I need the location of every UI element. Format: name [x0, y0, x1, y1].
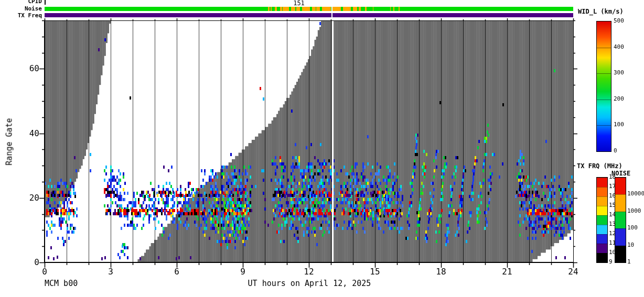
noise-strip-bar — [45, 7, 573, 11]
x-tick-label: 6 — [166, 268, 187, 276]
wid-colorbar-tickline — [597, 73, 611, 74]
noise-colorbar-segment — [615, 246, 626, 262]
txfrq-colorbar-segment — [597, 234, 607, 244]
x-tick-label: 3 — [100, 268, 121, 276]
wid-colorbar-tickline — [597, 125, 611, 126]
noise-colorbar-tick-label: 1 — [627, 259, 631, 265]
txfrq-colorbar-segment — [597, 244, 607, 253]
cpid-mode-tick — [45, 0, 46, 5]
noise-strip-segment — [271, 7, 272, 11]
x-tick-label: 21 — [497, 268, 518, 276]
wid-colorbar-tick-label: 100 — [614, 122, 624, 127]
station-label: MCM b00 — [45, 280, 78, 288]
txfrq-colorbar-segment — [597, 215, 607, 225]
noise-colorbar-tick-label: 1000 — [627, 208, 641, 214]
y-tick-label: 60 — [24, 64, 39, 73]
noise-colorbar-segment — [615, 212, 626, 228]
txfreq-strip-gap — [331, 13, 332, 17]
cpid-row-label: CPID — [0, 0, 42, 4]
txfrq-colorbar-title: TX FRQ (MHz) — [577, 163, 622, 169]
x-tick-label: 0 — [34, 268, 55, 276]
noise-strip-segment — [390, 7, 391, 11]
noise-strip-segment — [302, 7, 310, 11]
noise-strip-segment — [343, 7, 351, 11]
txfrq-colorbar-tick-label: 14 — [609, 212, 616, 217]
wid-colorbar-tick-label: 200 — [614, 96, 624, 102]
noise-strip-segment — [291, 7, 295, 11]
x-tick-label: 18 — [431, 268, 452, 276]
txfrq-colorbar-segment — [597, 206, 607, 215]
wid-colorbar-tickline — [597, 48, 611, 48]
txfrq-colorbar-tick-label: 18 — [609, 174, 616, 180]
wid-colorbar-tick-label: 0 — [614, 148, 617, 153]
txfrq-colorbar-segment — [597, 253, 607, 262]
noise-strip-segment — [359, 7, 361, 11]
y-tick-label: 40 — [24, 129, 39, 138]
noise-strip-segment — [373, 7, 374, 11]
txfrq-colorbar — [596, 177, 608, 263]
txfrq-colorbar-segment — [597, 187, 607, 196]
wid-colorbar-tick-label: 400 — [614, 44, 624, 50]
txfreq-row-label: TX Freq — [0, 13, 42, 18]
noise-strip-segment — [399, 7, 400, 11]
txfrq-colorbar-tick-label: 10 — [609, 249, 616, 255]
noise-strip-segment — [275, 7, 277, 11]
txfrq-colorbar-tick-label: 9 — [609, 259, 613, 265]
txfrq-colorbar-segment — [597, 178, 607, 187]
txfrq-colorbar-segment — [597, 196, 607, 206]
noise-row-label: Noise — [0, 6, 42, 12]
wid-colorbar-title: WID_L (km/s) — [578, 8, 624, 15]
noise-colorbar-tick-label: 10000 — [627, 191, 644, 196]
noise-strip-segment — [316, 7, 320, 11]
noise-colorbar-tick-label: 100 — [627, 225, 638, 230]
noise-strip-segment — [393, 7, 394, 11]
txfrq-colorbar-tick-label: 17 — [609, 183, 616, 189]
y-axis-title: Range Gate — [6, 111, 14, 173]
x-axis-title: UT hours on April 12, 2025 — [220, 280, 399, 288]
wid-colorbar — [596, 21, 611, 152]
txfrq-colorbar-segment — [597, 225, 607, 234]
noise-strip-segment — [322, 7, 331, 11]
noise-colorbar — [615, 177, 626, 263]
noise-colorbar-segment — [615, 178, 626, 194]
noise-strip-segment — [353, 7, 357, 11]
noise-strip-segment — [296, 7, 300, 11]
noise-colorbar-segment — [615, 194, 626, 211]
radar-summary-plot: CPID Noise TX Freq 151 Range Gate MCM b0… — [0, 0, 644, 297]
wid-colorbar-tick-label: 300 — [614, 70, 624, 75]
rti-plot-canvas — [0, 0, 644, 297]
txfrq-colorbar-tick-label: 12 — [609, 230, 616, 236]
noise-colorbar-segment — [615, 228, 626, 245]
noise-strip-segment — [365, 7, 367, 11]
noise-strip-segment — [312, 7, 315, 11]
x-tick-label: 12 — [298, 268, 319, 276]
noise-strip-segment — [332, 7, 341, 11]
y-tick-label: 0 — [24, 258, 39, 267]
wid-colorbar-tickline — [597, 100, 611, 100]
txfrq-colorbar-tick-label: 13 — [609, 221, 616, 227]
wid-colorbar-tick-label: 500 — [614, 18, 624, 24]
txfreq-strip-bar — [45, 13, 573, 17]
noise-strip-segment — [280, 7, 282, 11]
txfrq-colorbar-tick-label: 16 — [609, 193, 616, 199]
x-tick-label: 9 — [232, 268, 253, 276]
cpid-value: 151 — [288, 0, 310, 6]
txfrq-colorbar-tick-label: 11 — [609, 240, 616, 246]
y-tick-label: 20 — [24, 194, 39, 202]
txfrq-colorbar-tick-label: 15 — [609, 202, 616, 208]
noise-colorbar-tick-label: 10 — [627, 242, 634, 248]
noise-strip-segment — [268, 7, 270, 11]
x-tick-label: 15 — [364, 268, 385, 276]
noise-strip-gap — [331, 7, 332, 11]
x-tick-label: 24 — [563, 268, 584, 276]
noise-strip-segment — [283, 7, 289, 11]
